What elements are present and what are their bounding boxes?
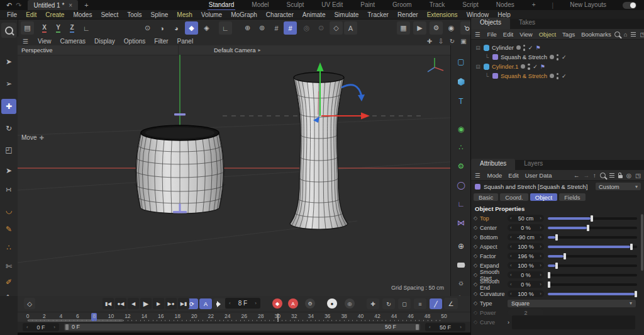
property-slider[interactable] [548,262,637,269]
keyframe-diamond-icon[interactable]: ◇ [471,215,480,221]
value-spinner[interactable]: ‹-90 cm› [508,234,544,241]
gizmo-x-arrow[interactable] [361,113,370,120]
menu-edit[interactable]: Edit [21,11,41,18]
filter-icon[interactable] [609,173,614,178]
keyframe-diamond-icon[interactable]: ◇ [471,225,480,230]
goto-end-button[interactable]: ▶▮ [178,298,189,309]
spline-rectangle-button[interactable]: ▢ [453,54,469,69]
camera-selector[interactable]: Default Camera ▸ [214,47,261,54]
spinner-right-icon[interactable]: › [540,234,541,240]
render-view-button[interactable]: ▦ [397,21,410,35]
range-end-dec-icon[interactable]: ‹ [429,324,431,330]
viewport-search-button[interactable] [1,23,16,38]
camera-object-button[interactable] [453,258,469,273]
menu-file[interactable]: File [3,11,21,18]
viewport-menu-panel[interactable]: Panel [173,38,198,45]
dolly-view-icon[interactable]: ⇩ [436,38,445,45]
expand-icon[interactable]: ⊟ [475,45,481,51]
prev-key-button[interactable]: ●◀ [115,298,126,309]
tree-row-squash-stretch[interactable]: └Squash & Stretch✓ [471,52,644,62]
search-icon[interactable] [614,31,620,37]
property-slider[interactable] [548,224,637,231]
add-document-tab-button[interactable]: + [78,1,94,9]
property-slider[interactable] [548,234,637,241]
edge-cut-button[interactable]: ✐ [1,275,16,290]
menu-extensions[interactable]: Extensions [423,11,462,18]
slider-handle[interactable] [587,225,589,231]
environment-button[interactable]: ⊕ [453,239,469,254]
tree-row-squash-stretch[interactable]: └Squash & Stretch✓ [471,71,644,81]
cylinder-object[interactable] [134,125,226,213]
up-icon[interactable]: ↑ [593,172,596,179]
objects-menu-view[interactable]: View [516,31,535,38]
new-layouts-button[interactable]: New Layouts [569,0,608,11]
grid-button[interactable]: # [270,21,283,35]
layout-tab-sculpt[interactable]: Sculpt [286,0,306,11]
edges-mode-button[interactable]: ◑ [155,21,169,35]
spinner-right-icon[interactable]: › [540,253,541,259]
spinner-left-icon[interactable]: ‹ [510,291,512,297]
type-dropdown[interactable]: Square▾ [508,300,636,307]
tab-objects[interactable]: Objects [471,18,510,29]
objects-menu-object[interactable]: Object [536,31,559,38]
menu-create[interactable]: Create [41,11,69,18]
timeline-ruler[interactable]: 0246810121416182022242628303234363840424… [18,312,470,322]
next-key-button[interactable]: ▶● [165,298,177,309]
text-object-button[interactable]: T [453,94,469,109]
make-editable-button[interactable]: ◇ [330,21,343,35]
menu-modes[interactable]: Modes [69,11,96,18]
spinner-left-icon[interactable]: ‹ [510,215,512,221]
render-picture-viewer-button[interactable]: ▶ [413,21,426,35]
enabled-check-icon[interactable]: ✓ [562,73,567,79]
generator-button[interactable]: ⚙ [453,159,469,174]
cloner-button[interactable]: ∴ [453,140,469,155]
mode-tab-fields[interactable]: Fields [559,193,585,201]
multi-move-button[interactable]: ∺ [1,182,16,197]
tree-row-cylinder[interactable]: ⊟Cylinder✓⚑ [471,43,644,52]
redo-icon[interactable]: ↷ [16,1,21,9]
autokey-timeline-button[interactable]: A [199,298,212,309]
axis-center-button[interactable]: ⊛ [255,21,269,35]
value-spinner[interactable]: ‹100 %› [508,290,544,297]
layer-icon[interactable] [521,64,525,69]
tab-layers[interactable]: Layers [515,159,552,170]
tweak-mode-button[interactable]: ➢ [1,76,16,91]
sculpt-brush-button[interactable]: ◡ [1,203,16,218]
target-icon[interactable]: ◎ [626,172,631,179]
layout-tab-model[interactable]: Model [250,0,270,11]
keyframe-diamond-icon[interactable]: ◇ [471,300,480,306]
sound-button[interactable] [213,298,226,309]
attributes-menu-mode[interactable]: Mode [484,172,506,179]
value-spinner[interactable]: ‹0 %› [508,224,544,231]
live-selection-button[interactable]: ➤ [1,54,16,69]
lock-z-axis-button[interactable]: Z [65,21,79,35]
range-left-handle[interactable] [65,324,69,330]
layout-tab-track[interactable]: Track [428,0,447,11]
orbit-view-icon[interactable]: ↻ [448,38,457,45]
spinner-right-icon[interactable]: › [540,281,541,287]
flag-icon[interactable]: ⚑ [540,64,545,70]
layout-tab-standard[interactable]: Standard [208,0,236,11]
object-mode-button[interactable]: ◈ [200,21,213,35]
axis-mode-button[interactable]: ∟ [219,21,232,35]
goto-start-button[interactable]: ▮◀ [103,298,114,309]
viewport-menu-view[interactable]: View [33,38,56,45]
slider-handle[interactable] [635,291,637,297]
spinner-left-icon[interactable]: ‹ [510,253,512,259]
menu-help[interactable]: Help [493,11,515,18]
objects-menu-bookmarks[interactable]: Bookmarks [578,31,614,38]
viewport-canvas[interactable]: Move ✚ Grid Spacing : 50 cm [18,55,450,296]
enabled-check-icon[interactable]: ✓ [562,54,567,60]
spinner-left-icon[interactable]: ‹ [510,225,512,230]
objects-menu-file[interactable]: File [484,31,500,38]
visibility-dots-icon[interactable] [557,73,559,79]
spinner-right-icon[interactable]: › [540,263,541,268]
spinner-left-icon[interactable]: ‹ [510,234,512,240]
menu-select[interactable]: Select [96,11,123,18]
points-mode-button[interactable]: ⊙ [141,21,154,35]
layout-toggle[interactable] [623,2,636,9]
property-slider[interactable] [548,215,637,222]
tab-attributes[interactable]: Attributes [471,159,515,170]
keyframe-diamond-icon[interactable]: ◇ [471,253,480,259]
spinner-left-icon[interactable]: ‹ [510,244,512,249]
